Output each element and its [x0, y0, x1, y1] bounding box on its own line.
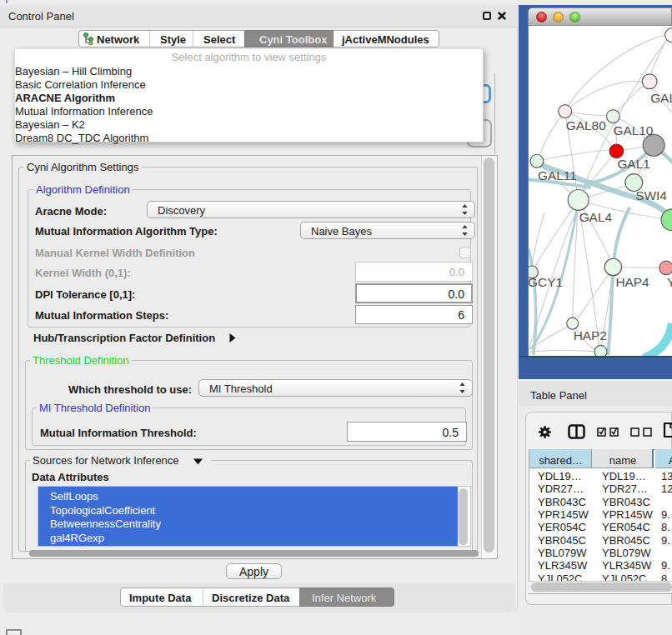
svg-text:GAL7: GAL7 — [650, 91, 672, 105]
svg-text:SWI4: SWI4 — [635, 188, 667, 202]
svg-text:GAL11: GAL11 — [538, 168, 577, 182]
svg-text:GCY1: GCY1 — [528, 275, 563, 289]
svg-text:GAL4: GAL4 — [579, 210, 613, 224]
svg-text:HAP2: HAP2 — [574, 328, 607, 342]
svg-text:YE: YE — [667, 275, 672, 289]
svg-text:GAL80: GAL80 — [566, 118, 606, 132]
svg-text:HAP4: HAP4 — [615, 275, 649, 289]
svg-text:GAL10: GAL10 — [613, 123, 653, 138]
svg-text:GAL1: GAL1 — [617, 157, 649, 171]
